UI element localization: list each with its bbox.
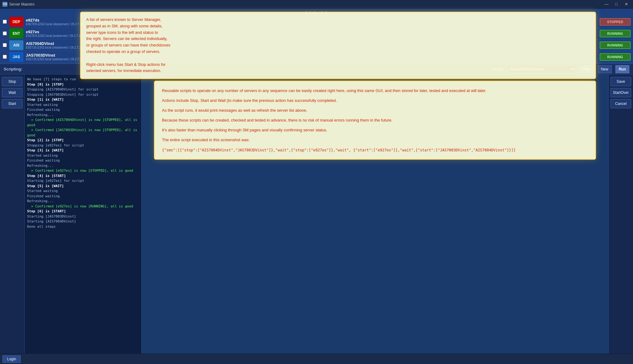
log-line: > Confirmed [e927es] is now [STOPPED], a…: [27, 168, 139, 174]
server-status-badge: RUNNING: [600, 42, 631, 49]
log-line: Step [2] is [STOP]: [27, 138, 139, 143]
log-line: Stopping [JAS7003DVinst] for script: [27, 92, 139, 98]
login-bar: Login: [0, 354, 633, 364]
log-line: > Confirmed [AIS7004DVinst] is now [STOP…: [27, 118, 139, 128]
log-line: Step [4] is [START]: [27, 174, 139, 179]
server-type-icon: JAS: [9, 52, 23, 62]
server-checkbox[interactable]: [0, 55, 9, 59]
script-code: {"sms":[{"stop":["AIS7004DVinst","JAS700…: [162, 147, 588, 153]
log-line: Finished waiting: [27, 107, 139, 113]
script-para1: Reusable scripts to operate on any numbe…: [162, 87, 588, 94]
log-line: Starting [JAS7003DVinst]: [27, 214, 139, 219]
wait-button[interactable]: Wait: [2, 88, 22, 97]
minimize-button[interactable]: —: [602, 1, 611, 7]
log-line: Stopping [e927es] for script: [27, 143, 139, 148]
log-line: Step [0] is [STOP]: [27, 82, 139, 87]
login-button[interactable]: Login: [2, 355, 21, 363]
server-checkbox-input[interactable]: [3, 43, 7, 47]
log-line: Starting [AIS7004DVinst]: [27, 219, 139, 224]
script-para2: Actions include Stop, Start and Wait (to…: [162, 97, 588, 104]
script-para3: As the script runs, it would print messa…: [162, 107, 588, 114]
stop-button[interactable]: Stop: [2, 77, 22, 86]
log-line: Refreshing...: [27, 113, 139, 118]
app-title: Server Maestro: [9, 2, 34, 6]
log-line: Stopping [AIS7004DVinst] for script: [27, 87, 139, 92]
window-controls[interactable]: — □ ✕: [602, 1, 631, 7]
server-checkbox-input[interactable]: [3, 55, 7, 59]
log-line: Done all steps: [27, 224, 139, 230]
log-output: We have [7] steps to runStep [0] is [STO…: [25, 74, 142, 354]
server-checkbox[interactable]: [0, 43, 9, 47]
right-buttons: Save StartOver Cancel: [608, 74, 633, 354]
server-type-icon: AIS: [9, 40, 23, 50]
log-line: > Confirmed [JAS7003DVinst] is now [STOP…: [27, 128, 139, 138]
log-line: Refreshing...: [27, 199, 139, 204]
server-checkbox-input[interactable]: [3, 20, 7, 24]
server-tooltip: A list of servers known to Server Manage…: [80, 12, 596, 79]
script-para6: The entire script executed in this scree…: [162, 137, 588, 143]
server-status-badge: RUNNING: [600, 53, 631, 61]
log-line: Started waiting: [27, 102, 139, 108]
log-line: Step [5] is [WAIT]: [27, 184, 139, 189]
log-line: Started waiting: [27, 189, 139, 194]
log-line: Step [6] is [START]: [27, 209, 139, 214]
server-checkbox[interactable]: [0, 20, 9, 24]
scripting-area: Stop Wait Start We have [7] steps to run…: [0, 74, 633, 354]
log-line: Step [1] is [WAIT]: [27, 97, 139, 102]
app-icon: SM: [2, 2, 7, 7]
log-line: Starting [e927es] for script: [27, 178, 139, 184]
close-button[interactable]: ✕: [622, 1, 631, 7]
server-checkbox-input[interactable]: [3, 31, 7, 35]
new-button[interactable]: New: [598, 65, 612, 73]
run-button[interactable]: Run: [615, 65, 629, 73]
server-status-badge: RUNNING: [600, 30, 631, 37]
script-para5: It's also faster than manually clicking …: [162, 127, 588, 134]
script-tooltip-box: Reusable scripts to operate on any numbe…: [154, 81, 596, 160]
scripting-label: Scripting:: [4, 67, 22, 71]
log-line: Step [3] is [WAIT]: [27, 148, 139, 153]
log-line: Finished waiting: [27, 194, 139, 199]
action-buttons: Stop Wait Start: [0, 74, 25, 354]
server-type-icon: ENT: [9, 29, 23, 38]
script-para4: Because these scripts can be created, ch…: [162, 117, 588, 124]
log-line: > Confirmed [e927es] is now [RUNNING], a…: [27, 204, 139, 209]
title-bar-left: SM Server Maestro: [2, 2, 34, 7]
server-checkbox[interactable]: [0, 31, 9, 35]
main-wrapper: [ default ] DEP e927ds E927DS.ESI2.local…: [0, 9, 633, 364]
server-status-badge: STOPPED: [600, 18, 631, 26]
start-button[interactable]: Start: [2, 99, 22, 108]
log-line: Refreshing...: [27, 163, 139, 169]
save-button[interactable]: Save: [611, 77, 631, 86]
title-bar: SM Server Maestro — □ ✕: [0, 0, 633, 9]
script-tooltip-area: Reusable scripts to operate on any numbe…: [142, 74, 608, 354]
start-over-button[interactable]: StartOver: [611, 88, 631, 97]
server-panel: [ default ] DEP e927ds E927DS.ESI2.local…: [0, 9, 633, 63]
server-type-icon: DEP: [9, 17, 23, 27]
log-line: Started waiting: [27, 153, 139, 158]
cancel-button[interactable]: Cancel: [611, 99, 631, 108]
maximize-button[interactable]: □: [612, 1, 621, 7]
log-line: Finished waiting: [27, 158, 139, 163]
